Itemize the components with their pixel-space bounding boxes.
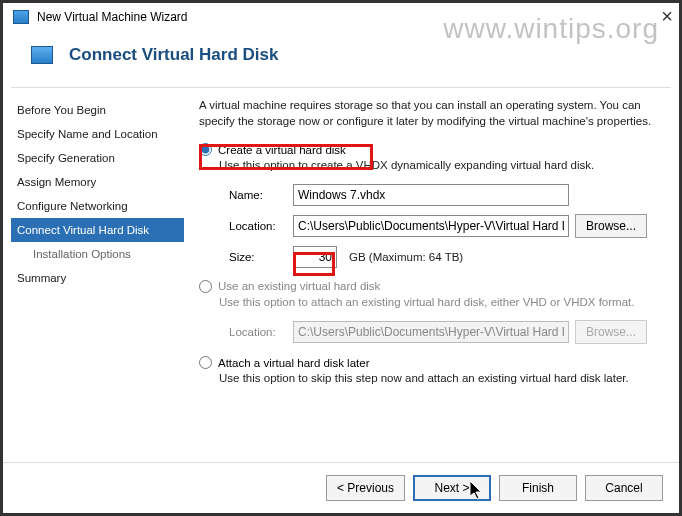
- option-create-vhd: Create a virtual hard disk Use this opti…: [199, 143, 663, 268]
- option-later-label: Attach a virtual hard disk later: [218, 357, 370, 369]
- option-create-label: Create a virtual hard disk: [218, 144, 346, 156]
- footer: < Previous Next > Finish Cancel: [3, 462, 679, 513]
- monitor-icon: [31, 46, 53, 64]
- radio-attach-later[interactable]: [199, 356, 212, 369]
- option-existing-desc: Use this option to attach an existing vi…: [219, 295, 663, 311]
- browse-button[interactable]: Browse...: [575, 214, 647, 238]
- sidebar-item-installation-options[interactable]: Installation Options: [11, 242, 184, 266]
- size-input[interactable]: [293, 246, 337, 268]
- wizard-header: Connect Virtual Hard Disk: [3, 31, 679, 87]
- location2-input: [293, 321, 569, 343]
- sidebar-item-assign-memory[interactable]: Assign Memory: [11, 170, 184, 194]
- finish-button[interactable]: Finish: [499, 475, 577, 501]
- browse2-button: Browse...: [575, 320, 647, 344]
- location-input[interactable]: [293, 215, 569, 237]
- sidebar-item-summary[interactable]: Summary: [11, 266, 184, 290]
- option-existing-vhd: Use an existing virtual hard disk Use th…: [199, 280, 663, 345]
- sidebar: Before You Begin Specify Name and Locati…: [11, 88, 185, 450]
- name-input[interactable]: [293, 184, 569, 206]
- page-title: Connect Virtual Hard Disk: [69, 45, 278, 65]
- close-icon[interactable]: ×: [661, 5, 673, 28]
- option-attach-later: Attach a virtual hard disk later Use thi…: [199, 356, 663, 387]
- main-panel: A virtual machine requires storage so th…: [185, 88, 671, 450]
- option-later-desc: Use this option to skip this step now an…: [219, 371, 663, 387]
- intro-text: A virtual machine requires storage so th…: [199, 98, 663, 129]
- sidebar-item-configure-networking[interactable]: Configure Networking: [11, 194, 184, 218]
- sidebar-item-specify-name[interactable]: Specify Name and Location: [11, 122, 184, 146]
- sidebar-item-before-you-begin[interactable]: Before You Begin: [11, 98, 184, 122]
- cancel-button[interactable]: Cancel: [585, 475, 663, 501]
- sidebar-item-connect-vhd[interactable]: Connect Virtual Hard Disk: [11, 218, 184, 242]
- sidebar-item-specify-generation[interactable]: Specify Generation: [11, 146, 184, 170]
- titlebar: New Virtual Machine Wizard: [3, 3, 679, 31]
- previous-button[interactable]: < Previous: [326, 475, 405, 501]
- size-unit-text: GB (Maximum: 64 TB): [349, 251, 463, 263]
- option-existing-label: Use an existing virtual hard disk: [218, 280, 380, 292]
- next-button[interactable]: Next >: [413, 475, 491, 501]
- name-label: Name:: [229, 189, 287, 201]
- window-title: New Virtual Machine Wizard: [37, 10, 188, 24]
- location2-label: Location:: [229, 326, 287, 338]
- option-create-desc: Use this option to create a VHDX dynamic…: [219, 158, 663, 174]
- app-icon: [13, 10, 29, 24]
- size-label: Size:: [229, 251, 287, 263]
- radio-create-vhd[interactable]: [199, 143, 212, 156]
- radio-existing-vhd[interactable]: [199, 280, 212, 293]
- location-label: Location:: [229, 220, 287, 232]
